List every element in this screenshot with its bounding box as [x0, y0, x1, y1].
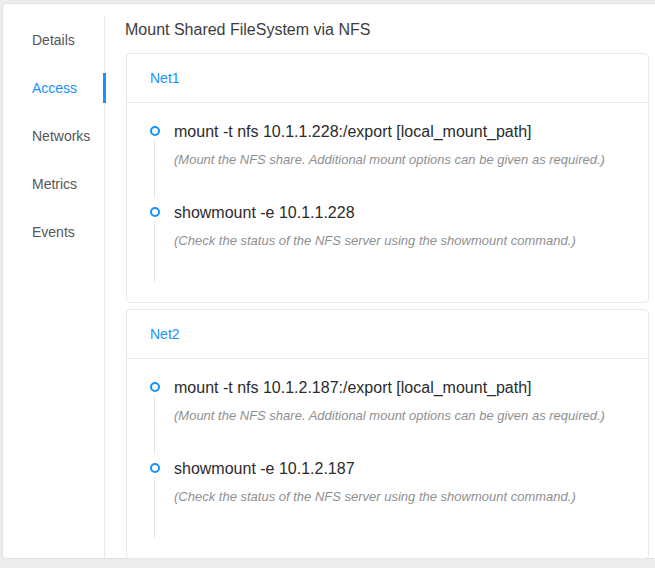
network-card-net1: Net1 mount -t nfs 10.1.1.228:/export [lo… [126, 53, 649, 303]
card-header: Net2 [127, 310, 648, 359]
sidebar-item-label: Networks [32, 128, 90, 144]
sidebar-item-label: Details [32, 32, 75, 48]
timeline-dot-icon [150, 382, 160, 392]
page-title: Mount Shared FileSystem via NFS [125, 19, 370, 41]
card-body: mount -t nfs 10.1.1.228:/export [local_m… [127, 103, 648, 284]
sidebar-item-details[interactable]: Details [3, 24, 104, 56]
timeline-tail [154, 477, 155, 538]
timeline-step: mount -t nfs 10.1.1.228:/export [local_m… [150, 122, 625, 203]
sidebar-tabs: Details Access Networks Metrics Events [3, 16, 105, 558]
network-name: Net1 [150, 70, 180, 86]
command-description: (Mount the NFS share. Additional mount o… [174, 152, 625, 168]
command-text: mount -t nfs 10.1.2.187:/export [local_m… [174, 378, 625, 398]
network-card-net2: Net2 mount -t nfs 10.1.2.187:/export [lo… [126, 309, 649, 559]
card-body: mount -t nfs 10.1.2.187:/export [local_m… [127, 359, 648, 540]
command-text: showmount -e 10.1.1.228 [174, 203, 625, 223]
timeline-step: mount -t nfs 10.1.2.187:/export [local_m… [150, 378, 625, 459]
timeline-tail [154, 396, 155, 454]
timeline-dot-icon [150, 126, 160, 136]
timeline-tail [154, 221, 155, 282]
sidebar-item-label: Events [32, 224, 75, 240]
timeline-step: showmount -e 10.1.2.187 (Check the statu… [150, 459, 625, 540]
sidebar-item-metrics[interactable]: Metrics [3, 168, 104, 200]
sidebar-item-label: Access [32, 80, 77, 96]
sidebar-item-label: Metrics [32, 176, 77, 192]
command-description: (Mount the NFS share. Additional mount o… [174, 408, 625, 424]
active-tab-indicator [103, 73, 106, 103]
detail-panel: Details Access Networks Metrics Events M… [2, 3, 655, 559]
command-text: mount -t nfs 10.1.1.228:/export [local_m… [174, 122, 625, 142]
timeline-dot-icon [150, 463, 160, 473]
timeline-step: showmount -e 10.1.1.228 (Check the statu… [150, 203, 625, 284]
card-header: Net1 [127, 54, 648, 103]
command-description: (Check the status of the NFS server usin… [174, 233, 625, 249]
command-text: showmount -e 10.1.2.187 [174, 459, 625, 479]
sidebar-item-networks[interactable]: Networks [3, 120, 104, 152]
network-name: Net2 [150, 326, 180, 342]
sidebar-item-events[interactable]: Events [3, 216, 104, 248]
timeline-dot-icon [150, 207, 160, 217]
command-description: (Check the status of the NFS server usin… [174, 489, 625, 505]
sidebar-item-access[interactable]: Access [3, 72, 104, 104]
timeline-tail [154, 140, 155, 198]
